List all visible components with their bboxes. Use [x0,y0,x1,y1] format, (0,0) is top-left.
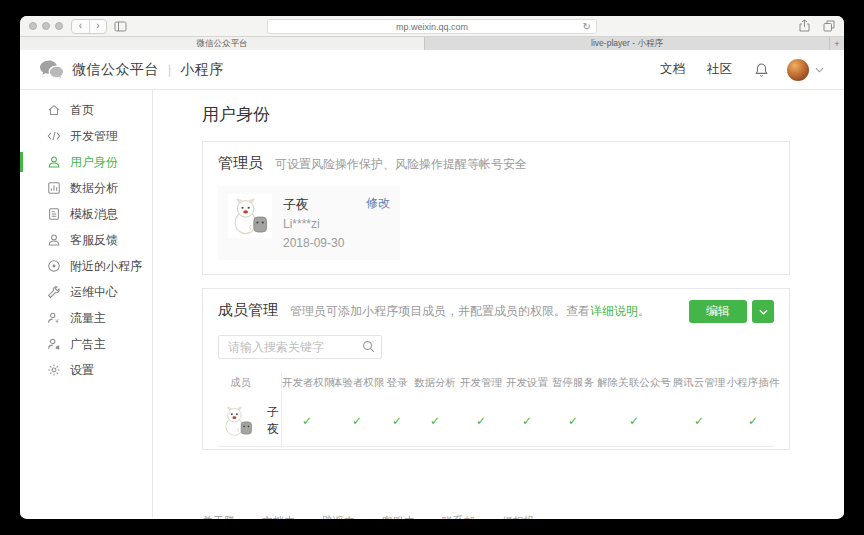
browser-tab[interactable]: live-player - 小程序 [424,37,829,50]
share-icon[interactable] [799,18,810,36]
sidebar-toggle-icon[interactable] [114,21,127,32]
address-bar[interactable]: mp.weixin.qq.com ↻ [267,19,597,34]
table-header-row: 成员开发者权限体验者权限登录数据分析开发管理开发设置暂停服务解除关联公众号腾讯云… [218,371,774,395]
search-input[interactable] [218,335,382,359]
sidebar-item-service-feedback[interactable]: 客服反馈 [20,227,152,253]
feedback-icon [47,233,61,247]
sidebar-item-label: 数据分析 [70,180,118,197]
sidebar-item-settings[interactable]: 设置 [20,357,152,383]
column-header: 体验者权限 [332,376,382,390]
sidebar-item-home[interactable]: 首页 [20,97,152,123]
column-header: 登录 [382,376,412,390]
sidebar-item-label: 模板消息 [70,206,118,223]
admin-bind-date: 2018-09-30 [283,234,344,253]
admin-avatar [228,194,272,238]
detail-help-link[interactable]: 详细说明 [590,304,638,318]
sidebar-item-label: 附近的小程序 [70,258,142,275]
nav-docs-link[interactable]: 文档 [660,61,685,78]
member-cell: 子夜 [218,395,282,446]
tab-bar: 微信公众平台live-player - 小程序+ [20,37,844,50]
footer-link[interactable]: 关于腾讯 [202,514,243,519]
user-icon [47,155,61,169]
sidebar-item-label: 设置 [70,362,94,379]
zoom-window-button[interactable] [55,22,63,30]
sidebar-item-traffic-owner[interactable]: ¥流量主 [20,305,152,331]
forward-button[interactable]: › [89,20,106,33]
toolbar-right-icons [799,16,835,37]
column-header: 开发管理 [458,376,504,390]
nearby-icon [47,259,61,273]
column-header: 暂停服务 [550,376,596,390]
sidebar-item-label: 用户身份 [70,154,118,171]
main-content: 用户身份 管理员 可设置风险操作保护、风险操作提醒等帐号安全 子夜 Li****… [153,90,844,517]
traffic-lights [29,22,63,30]
traffic-user-icon: ¥ [47,311,61,325]
tab-title: live-player - 小程序 [591,38,663,50]
site-subtitle: 小程序 [180,61,224,79]
notification-bell-icon[interactable] [754,62,769,78]
nav-community-link[interactable]: 社区 [707,61,732,78]
browser-tab[interactable]: 微信公众平台 [20,37,424,50]
search-icon[interactable] [362,340,375,353]
reload-icon[interactable]: ↻ [583,20,591,34]
new-tab-button[interactable]: + [829,37,844,50]
browser-toolbar: ‹ › mp.weixin.qq.com ↻ [20,16,844,37]
footer-link[interactable]: 辟谣中心 [322,514,363,519]
gear-icon [47,363,61,377]
home-icon [47,103,61,117]
permission-check-icon: ✓ [412,414,458,428]
member-name: 子夜 [267,404,281,438]
sidebar-item-dev-manage[interactable]: 开发管理 [20,123,152,149]
back-button[interactable]: ‹ [72,20,89,33]
column-header: 小程序插件 [726,376,780,390]
url-text: mp.weixin.qq.com [396,22,468,32]
footer-link[interactable]: 侵权投诉 [501,514,542,519]
sidebar-item-label: 流量主 [70,310,106,327]
sidebar-item-label: 广告主 [70,336,106,353]
footer-link[interactable]: 客服中心 [382,514,423,519]
admin-info: 子夜 Li****zi 2018-09-30 [283,194,344,252]
sidebar-item-label: 运维中心 [70,284,118,301]
template-icon [47,207,61,221]
close-window-button[interactable] [29,22,37,30]
member-section-title: 成员管理 [218,301,278,320]
sidebar-item-label: 客服反馈 [70,232,118,249]
member-section: 成员管理 管理员可添加小程序项目成员，并配置成员的权限。查看详细说明。 编辑 [202,288,790,450]
user-avatar[interactable] [787,59,809,81]
minimize-window-button[interactable] [42,22,50,30]
sidebar-item-nearby-miniprogram[interactable]: 附近的小程序 [20,253,152,279]
admin-section-description: 可设置风险操作保护、风险操作提醒等帐号安全 [275,156,527,173]
sidebar-item-ops-center[interactable]: 运维中心 [20,279,152,305]
permission-check-icon: ✓ [726,414,780,428]
sidebar-item-label: 开发管理 [70,128,118,145]
admin-card: 子夜 Li****zi 2018-09-30 修改 [218,186,400,260]
member-description-suffix: 。 [638,304,650,318]
admin-section: 管理员 可设置风险操作保护、风险操作提醒等帐号安全 子夜 Li****zi 20… [202,141,790,275]
table-body: 子夜✓✓✓✓✓✓✓✓✓✓ [218,395,774,447]
modify-admin-link[interactable]: 修改 [366,195,390,212]
page-body: 首页开发管理用户身份数据分析模板消息客服反馈附近的小程序运维中心¥流量主广告主设… [20,90,844,517]
member-avatar [220,403,256,439]
column-header: 数据分析 [412,376,458,390]
sidebar-item-template-message[interactable]: 模板消息 [20,201,152,227]
footer-link[interactable]: 文档中心 [262,514,303,519]
sidebar-item-advertiser[interactable]: 广告主 [20,331,152,357]
member-search [218,335,382,359]
admin-wechat-id: Li****zi [283,215,344,234]
page-title: 用户身份 [202,103,790,126]
edit-button[interactable]: 编辑 [689,300,747,323]
header-nav: 文档 社区 [638,59,824,81]
code-icon [47,129,61,143]
sidebar-item-data-analysis[interactable]: 数据分析 [20,175,152,201]
ad-user-icon [47,337,61,351]
admin-section-title: 管理员 [218,154,263,173]
tab-overview-icon[interactable] [823,18,835,36]
footer-link[interactable]: 联系邮箱 [442,514,483,519]
permission-check-icon: ✓ [332,414,382,428]
sidebar: 首页开发管理用户身份数据分析模板消息客服反馈附近的小程序运维中心¥流量主广告主设… [20,90,153,517]
column-header: 开发者权限 [282,376,332,390]
permission-check-icon: ✓ [282,414,332,428]
sidebar-item-user-identity[interactable]: 用户身份 [20,149,152,175]
chevron-down-icon[interactable] [815,67,824,73]
edit-dropdown-button[interactable] [752,300,774,323]
